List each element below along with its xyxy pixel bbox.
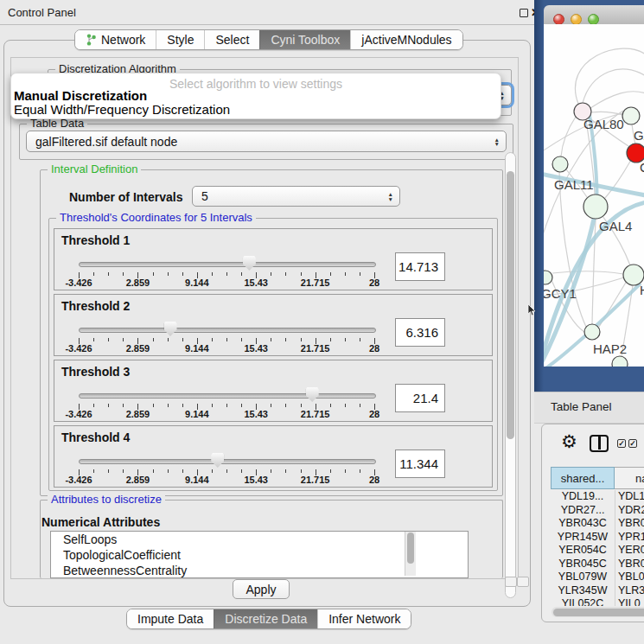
float-window-icon[interactable] [520,9,528,17]
table-row[interactable]: YDL19...YDL1 [551,490,644,504]
attributes-list-scrollbar[interactable] [405,532,416,576]
tick-label: 2.859 [126,475,150,485]
node-hap2[interactable] [584,324,600,340]
node-bottom[interactable] [612,356,628,367]
gear-icon[interactable]: ⚙ [561,431,577,452]
tab-style[interactable]: Style [156,30,204,49]
tab-label: Impute Data [137,612,203,626]
tick-mark [182,272,183,276]
apply-button[interactable]: Apply [233,579,290,599]
tick-mark [93,338,94,341]
node-gcy1[interactable] [544,271,552,284]
node-label-h: H [640,283,644,297]
tab-cyni-toolbox[interactable]: Cyni Toolbox [259,30,350,49]
threshold-2-value-field[interactable]: 6.316 [395,318,445,347]
tick-mark [360,338,360,341]
tick-mark [285,272,286,276]
tick-mark [301,469,302,473]
threshold-1-value-field[interactable]: 14.713 [395,252,445,281]
column-header-name[interactable]: na [615,467,644,489]
vertical-scrollbar[interactable] [505,152,516,598]
table-row[interactable]: YBR045CYBR0 [551,558,644,571]
tick-mark [212,338,213,341]
threshold-4-slider-track[interactable] [79,459,376,464]
option-manual-discretization[interactable]: Manual Discretization [14,88,147,103]
tick-mark [226,338,227,341]
tick-mark [182,338,183,341]
threshold-4-value-field[interactable]: 11.344 [395,450,445,478]
threshold-3-value-field[interactable]: 21.4 [395,384,445,412]
table-row[interactable]: YBL079WYBL0 [551,571,644,584]
tick-mark [153,469,154,473]
tick-mark [285,404,286,407]
vertical-scrollbar-thumb[interactable] [507,171,514,439]
table-data-combobox[interactable]: galFiltered.sif default node ▲▼ [26,131,507,152]
cell-name: YBR0 [618,517,644,529]
tick-mark [168,338,169,341]
tab-jactivemnodules[interactable]: jActiveMNodules [350,30,462,49]
network-edge[interactable] [583,69,644,103]
number-of-intervals-combobox[interactable]: 5 ▲▼ [192,186,400,207]
threshold-1-slider-track[interactable] [79,262,376,267]
tick-label: 28 [369,475,379,485]
column-header-shared-name[interactable]: shared... [551,467,615,489]
threshold-4-slider-thumb[interactable] [211,453,224,468]
node-gal4[interactable] [583,194,608,219]
cell-name: YIL0 [618,597,641,606]
threshold-2-slider-thumb[interactable] [164,322,177,336]
tab-network[interactable]: Network [75,30,156,49]
checkbox-icon[interactable]: ✓ [617,439,626,448]
tick-mark [345,404,346,407]
number-of-intervals-value: 5 [201,189,208,203]
network-edge[interactable] [590,92,644,108]
threshold-1-slider-thumb[interactable] [243,256,256,271]
tick-mark [212,272,213,276]
tick-label: 15.43 [244,277,268,288]
tab-impute-data[interactable]: Impute Data [127,609,214,628]
cell-shared-name: YBR043C [551,517,615,529]
tick-label: 21.715 [301,343,330,354]
tick-mark [123,469,124,473]
table-row[interactable]: YLR345WYLR3 [551,584,644,598]
tick-label: 21.715 [301,277,330,288]
tick-mark [108,272,109,276]
tick-mark [345,469,346,473]
tick-mark [271,469,271,473]
tab-select[interactable]: Select [204,30,259,49]
tab-discretize-data[interactable]: Discretize Data [214,609,317,628]
horizontal-scrollbar[interactable] [552,607,644,617]
tab-infer-network[interactable]: Infer Network [317,609,411,628]
option-equal-width-frequency[interactable]: Equal Width/Frequency Discretization [14,102,230,117]
table-row[interactable]: YIL052CYIL0 [551,597,644,606]
network-edge[interactable] [552,271,623,274]
window-title: Control Panel [8,6,76,19]
node-top-right[interactable] [622,107,640,124]
tick-mark [345,272,346,276]
network-window-left-shadow [534,0,544,392]
threshold-panel-2: Threshold 2-3.4262.8599.14415.4321.71528… [54,294,493,356]
table-row[interactable]: YER054CYER0 [551,544,644,558]
threshold-3-slider-track[interactable] [79,393,376,399]
tick-mark [108,338,109,341]
tick-label: 28 [369,277,379,288]
network-window-titlebar[interactable] [544,5,644,25]
checkbox-icon[interactable]: ✓ [628,439,637,448]
attributes-scrollbar-thumb[interactable] [407,532,414,564]
horizontal-scrollbar-thumb[interactable] [553,609,644,616]
network-edge[interactable] [559,172,586,327]
table-row[interactable]: YDR27...YDR2 [551,504,644,518]
network-canvas[interactable]: GAL80GACGAL11GAL4GCY1HHAP2 [544,24,644,367]
tick-mark [123,404,124,407]
node-gal11[interactable] [552,156,568,172]
table-row[interactable]: YBR043CYBR0 [551,517,644,531]
threshold-3-slider-thumb[interactable] [306,387,319,402]
split-view-icon[interactable] [590,435,609,452]
scrollbar-corner-button[interactable] [517,577,529,587]
tick-label: 15.43 [244,343,268,354]
network-edge[interactable] [561,117,576,156]
table-row[interactable]: YPR145WYPR1 [551,531,644,545]
scrollbar-corner-button[interactable] [505,577,517,587]
cell-shared-name: YBR045C [551,558,615,570]
threshold-2-slider-track[interactable] [79,328,376,333]
tick-label: 15.43 [244,409,268,419]
